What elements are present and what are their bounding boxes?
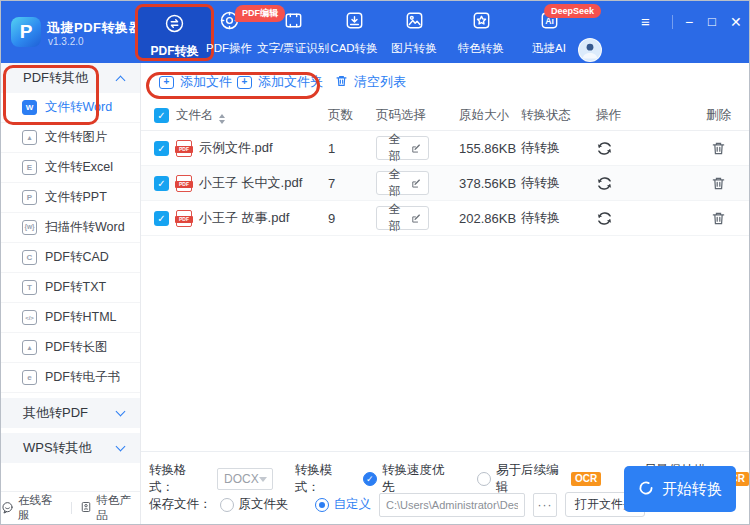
row-checkbox[interactable] <box>154 141 169 156</box>
radio-selected-icon[interactable] <box>315 498 329 512</box>
sidebar-section-pdf-to-other[interactable]: PDF转其他 <box>1 63 140 93</box>
picture-icon <box>403 9 426 36</box>
save-path-input[interactable] <box>379 493 525 517</box>
mode-option-speed[interactable]: 转换速度优先 <box>363 462 453 496</box>
column-header-status: 转换状态 <box>519 107 589 124</box>
file-size: 202.86KB <box>451 211 519 226</box>
word-doc-icon: W <box>22 100 37 115</box>
radio-icon[interactable] <box>220 498 234 512</box>
tab-cad-convert[interactable]: CAD转换 <box>322 9 386 56</box>
sidebar-item-pdf-to-html[interactable]: </> PDF转HTML <box>1 303 140 333</box>
column-header-pages: 页数 <box>326 107 374 124</box>
sidebar-item-pdf-to-txt[interactable]: T PDF转TXT <box>1 273 140 303</box>
column-header-action: 操作 <box>589 107 686 124</box>
page-select-button[interactable]: 全部 <box>376 136 429 160</box>
save-original-option[interactable]: 原文件夹 <box>220 496 289 513</box>
sidebar-item-file-to-excel[interactable]: E 文件转Excel <box>1 153 140 183</box>
table-row: PDF 示例文件.pdf 1 全部 155.86KB 待转换 <box>141 131 749 166</box>
sort-icon[interactable] <box>219 114 225 124</box>
ppt-doc-icon: P <box>22 190 37 205</box>
tab-label: CAD转换 <box>330 41 377 56</box>
file-name: 示例文件.pdf <box>199 139 273 157</box>
tab-special-convert[interactable]: 特色转换 <box>449 9 513 56</box>
table-header-row: 文件名 页数 页码选择 原始大小 转换状态 操作 删除 <box>141 101 749 131</box>
deepseek-badge: DeepSeek <box>544 4 601 18</box>
row-checkbox[interactable] <box>154 211 169 226</box>
tab-label: PDF转换 <box>151 43 199 60</box>
add-file-button[interactable]: 添加文件 <box>159 73 232 91</box>
sidebar-item-file-to-word[interactable]: W 文件转Word <box>1 93 140 123</box>
excel-doc-icon: E <box>22 160 37 175</box>
edit-icon <box>411 213 422 224</box>
convert-status: 待转换 <box>519 174 589 192</box>
chevron-down-icon <box>116 407 126 417</box>
format-select[interactable]: DOCX <box>217 468 273 490</box>
sidebar-footer: 在线客服 特色产品 <box>1 491 140 524</box>
minimize-button[interactable]: − <box>685 13 693 31</box>
featured-products-link[interactable]: 特色产品 <box>80 493 140 523</box>
convert-refresh-button[interactable] <box>589 140 686 157</box>
online-support-link[interactable]: 在线客服 <box>1 493 62 523</box>
app-logo: P <box>11 17 41 47</box>
browse-button[interactable]: ··· <box>533 493 557 517</box>
select-all-checkbox[interactable] <box>154 108 169 123</box>
sidebar-item-pdf-to-cad[interactable]: C PDF转CAD <box>1 243 140 273</box>
delete-row-button[interactable] <box>711 176 726 191</box>
sidebar-item-pdf-to-long-image[interactable]: ▴ PDF转长图 <box>1 333 140 363</box>
file-name: 小王子 故事.pdf <box>199 209 289 227</box>
radio-checked-icon[interactable] <box>363 472 377 486</box>
star-icon <box>470 9 493 36</box>
column-header-size: 原始大小 <box>451 107 519 124</box>
column-header-delete: 删除 <box>706 107 731 124</box>
html-doc-icon: </> <box>22 310 37 325</box>
clear-list-button[interactable]: 清空列表 <box>335 73 406 91</box>
edit-icon <box>411 178 422 189</box>
pdf-file-icon: PDF <box>176 210 192 227</box>
edit-icon <box>411 143 422 154</box>
cad-download-icon <box>343 9 366 36</box>
close-button[interactable]: ✕ <box>730 13 742 31</box>
user-avatar[interactable] <box>578 38 602 62</box>
row-checkbox[interactable] <box>154 176 169 191</box>
mode-option-editable[interactable]: 易于后续编辑 OCR <box>477 462 601 496</box>
page-select-button[interactable]: 全部 <box>376 206 429 230</box>
tab-label: 文字/票证识别 <box>257 41 329 56</box>
txt-doc-icon: T <box>22 280 37 295</box>
refresh-icon <box>596 140 613 157</box>
spinner-icon <box>638 480 654 499</box>
page-count: 1 <box>326 141 374 156</box>
delete-row-button[interactable] <box>711 141 726 156</box>
convert-refresh-button[interactable] <box>589 175 686 192</box>
convert-refresh-button[interactable] <box>589 210 686 227</box>
column-header-page-select: 页码选择 <box>374 107 451 124</box>
pdf-file-icon: PDF <box>176 140 192 157</box>
radio-icon[interactable] <box>477 472 491 486</box>
maximize-button[interactable]: □ <box>708 13 716 31</box>
menu-icon[interactable]: ≡ <box>641 13 650 31</box>
header-divider <box>672 15 673 29</box>
sidebar-item-pdf-to-ebook[interactable]: e PDF转电子书 <box>1 363 140 393</box>
chevron-up-icon <box>116 75 126 85</box>
sidebar-item-file-to-ppt[interactable]: P 文件转PPT <box>1 183 140 213</box>
sidebar-section-other-to-pdf[interactable]: 其他转PDF <box>1 398 140 428</box>
delete-row-button[interactable] <box>711 211 726 226</box>
chevron-down-icon <box>259 477 267 482</box>
mode-label: 转换模式： <box>295 462 355 496</box>
app-title: 迅捷PDF转换器 <box>47 19 142 37</box>
tab-image-convert[interactable]: 图片转换 <box>382 9 446 56</box>
settings-panel: 转换格式： DOCX 转换模式： 转换速度优先 易于后续编辑 OCR <box>141 451 749 524</box>
sidebar-item-file-to-image[interactable]: ▴ 文件转图片 <box>1 123 140 153</box>
image-doc-icon: ▴ <box>22 130 37 145</box>
sidebar-item-scan-to-word[interactable]: {w} 扫描件转Word <box>1 213 140 243</box>
file-size: 155.86KB <box>451 141 519 156</box>
file-size: 378.56KB <box>451 176 519 191</box>
sidebar-section-wps-to-other[interactable]: WPS转其他 <box>1 433 140 463</box>
page-count: 7 <box>326 176 374 191</box>
page-select-button[interactable]: 全部 <box>376 171 429 195</box>
badge-person-icon <box>80 501 92 515</box>
add-file-icon <box>159 76 174 89</box>
start-convert-button[interactable]: 开始转换 <box>624 466 736 512</box>
add-folder-button[interactable]: 添加文件夹 <box>237 73 323 91</box>
cad-doc-icon: C <box>22 250 37 265</box>
save-custom-option[interactable]: 自定义 <box>315 496 372 513</box>
